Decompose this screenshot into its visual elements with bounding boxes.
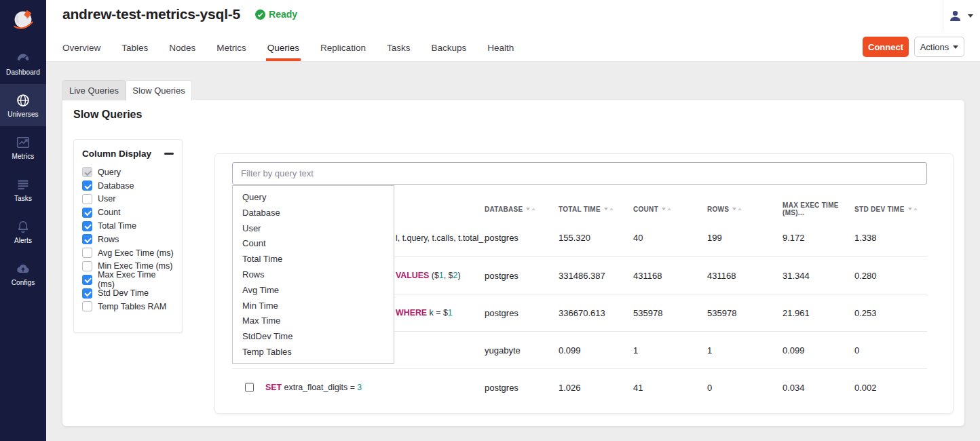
rows-cell: 431168 [707,271,783,281]
chevron-down-icon [953,45,958,49]
checkbox[interactable] [82,301,92,311]
column-option-label: Avg Exec Time (ms) [98,248,174,258]
query-filter-input[interactable] [232,162,927,185]
bell-icon [16,219,31,234]
sort-asc-icon [609,208,614,210]
dropdown-item-stddev-time[interactable]: StdDev Time [233,328,394,344]
nav-tab-backups[interactable]: Backups [431,34,466,61]
actions-label: Actions [920,42,949,52]
table-header-std-dev-time[interactable]: STD DEV TIME [854,206,927,213]
tab-slow-queries[interactable]: Slow Queries [126,80,192,101]
checkbox[interactable] [82,194,92,204]
dropdown-item-max-time[interactable]: Max Time [233,313,394,329]
column-display-options: QueryDatabaseUserCountTotal TimeRowsAvg … [82,166,174,313]
column-option-max-exec-time-ms[interactable]: Max Exec Time (ms) [82,273,174,286]
total-time-cell: 155.320 [559,233,633,243]
column-option-rows[interactable]: Rows [82,233,174,246]
universe-nav-tabs: OverviewTablesNodesMetricsQueriesReplica… [62,34,514,61]
rows-cell: 535978 [707,308,783,318]
nav-tab-overview[interactable]: Overview [62,34,100,61]
query-text: l, t.query, t.calls, t.total_... [396,233,485,243]
queries-table-card: DATABASETOTAL TIMECOUNTROWSMAX EXEC TIME… [214,153,954,414]
dropdown-item-user[interactable]: User [233,220,394,236]
sidebar: DashboardUniversesMetricsTasksAlertsConf… [0,0,46,441]
count-cell: 41 [633,383,707,393]
checkbox[interactable] [82,221,92,231]
collapse-icon[interactable] [164,153,174,155]
nav-tab-replication[interactable]: Replication [320,34,366,61]
header-label: ROWS [707,206,729,213]
column-option-label: Temp Tables RAM [98,302,166,311]
column-option-label: Std Dev Time [98,288,149,298]
nav-tab-metrics[interactable]: Metrics [216,34,246,61]
list-icon [16,177,31,192]
sidebar-item-tasks[interactable]: Tasks [0,168,46,210]
rows-cell: 0 [707,383,783,393]
total-time-cell: 0.099 [559,345,633,356]
dropdown-item-avg-time[interactable]: Avg Time [233,282,394,298]
user-icon [948,9,962,23]
column-option-label: Max Exec Time (ms) [98,270,174,289]
dropdown-item-count[interactable]: Count [233,235,394,251]
status-badge: Ready [255,9,297,20]
table-header-total-time[interactable]: TOTAL TIME [559,206,633,213]
nav-tab-queries[interactable]: Queries [267,34,299,61]
dropdown-item-temp-tables[interactable]: Temp Tables [233,344,394,360]
dropdown-item-query[interactable]: Query [233,189,394,205]
max-exec-time-cell: 31.344 [783,271,854,281]
std-dev-time-cell: 0.253 [854,308,927,318]
table-header-rows[interactable]: ROWS [707,206,783,213]
column-option-database[interactable]: Database [82,179,174,193]
row-checkbox[interactable] [245,383,254,392]
sidebar-item-alerts[interactable]: Alerts [0,210,46,252]
sidebar-item-label: Configs [12,279,35,286]
max-exec-time-cell: 9.172 [783,233,854,243]
query-text: SET extra_float_digits = 3 [265,383,362,392]
column-option-avg-exec-time-ms[interactable]: Avg Exec Time (ms) [82,246,174,260]
column-option-total-time[interactable]: Total Time [82,219,174,233]
database-cell: postgres [485,271,559,281]
checkbox[interactable] [82,261,92,271]
dropdown-item-rows[interactable]: Rows [233,267,394,282]
sidebar-item-dashboard[interactable]: Dashboard [0,42,46,84]
checkbox[interactable] [82,208,92,218]
header-divider [943,0,943,31]
user-menu[interactable] [948,9,973,23]
column-option-user[interactable]: User [82,193,174,206]
table-header-max-exec-time-ms[interactable]: MAX EXEC TIME (MS)... [783,202,854,216]
actions-button[interactable]: Actions [914,37,964,57]
dropdown-item-total-time[interactable]: Total Time [233,251,394,267]
column-option-query[interactable]: Query [82,166,174,179]
column-option-temp-tables-ram[interactable]: Temp Tables RAM [82,300,174,313]
checkbox[interactable] [82,288,92,299]
nav-tab-tables[interactable]: Tables [121,34,148,61]
page-title: Slow Queries [73,109,142,121]
sort-asc-icon [738,208,742,210]
nav-tab-health[interactable]: Health [487,34,514,61]
nav-tab-nodes[interactable]: Nodes [169,34,195,61]
connect-button[interactable]: Connect [863,37,909,57]
rows-cell: 199 [707,233,783,243]
sidebar-item-universes[interactable]: Universes [0,84,46,126]
dropdown-item-min-time[interactable]: Min Time [233,298,394,313]
checkbox[interactable] [82,275,92,285]
tab-live-queries[interactable]: Live Queries [62,80,126,100]
table-header-database[interactable]: DATABASE [485,206,559,213]
yugabyte-logo-icon[interactable] [0,0,46,41]
std-dev-time-cell: 0 [854,345,927,356]
checkbox[interactable] [82,248,92,258]
checkbox[interactable] [82,180,92,191]
sidebar-item-label: Universes [7,111,38,118]
sort-icons [908,208,918,210]
dropdown-item-database[interactable]: Database [233,205,394,220]
table-header-count[interactable]: COUNT [633,206,707,213]
header-label: DATABASE [485,206,523,213]
nav-tab-tasks[interactable]: Tasks [387,34,411,61]
sidebar-item-configs[interactable]: Configs [0,252,46,294]
sidebar-item-metrics[interactable]: Metrics [0,126,46,168]
header-label: COUNT [633,206,658,213]
column-option-count[interactable]: Count [82,206,174,219]
checkbox[interactable] [82,234,92,244]
sort-desc-icon [526,208,530,210]
total-time-cell: 331486.387 [559,271,633,281]
